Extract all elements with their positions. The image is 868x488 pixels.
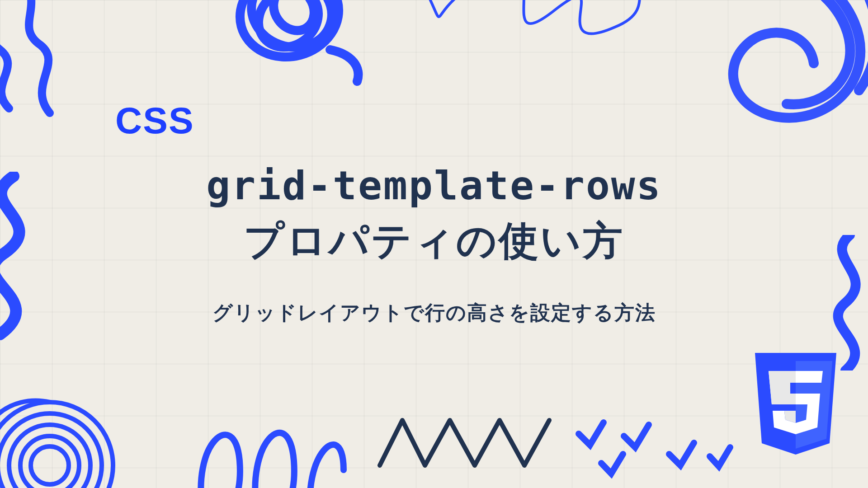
title-line-1: grid-template-rows [0, 162, 868, 209]
eyebrow-label: CSS [115, 99, 868, 142]
css3-badge-icon [748, 353, 843, 463]
title-line-2: プロパティの使い方 [0, 214, 868, 268]
subtitle: グリッドレイアウトで行の高さを設定する方法 [0, 300, 868, 326]
content-block: CSS grid-template-rows プロパティの使い方 グリッドレイア… [0, 99, 868, 326]
